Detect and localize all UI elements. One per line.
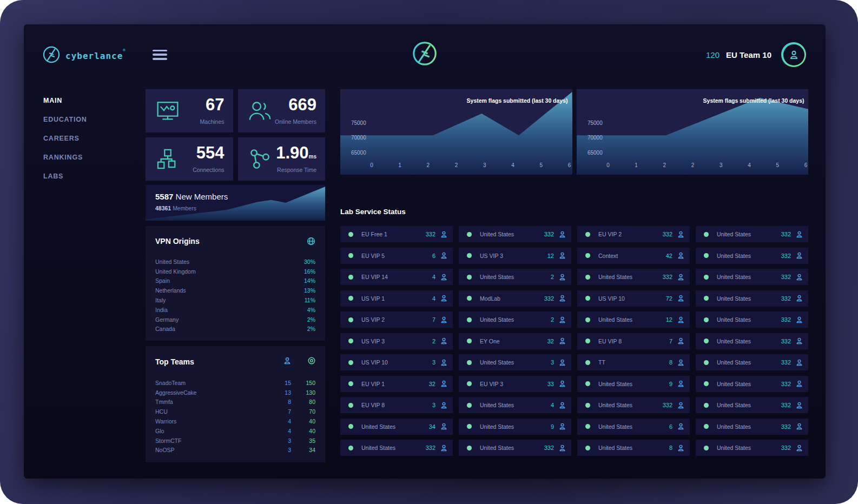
status-dot-icon — [467, 296, 472, 301]
lab-service-card[interactable]: US VIP 2 7 — [340, 311, 453, 328]
lab-service-name: TT — [598, 359, 669, 366]
lab-service-card[interactable]: United States 12 — [577, 311, 690, 328]
lab-service-card[interactable]: United States 332 — [696, 419, 808, 435]
lab-service-card[interactable]: United States 332 — [696, 376, 808, 392]
flags-chart-2-svg: 75000700006500001223456System flags subm… — [577, 89, 809, 175]
lab-service-name: EY One — [480, 338, 547, 344]
lab-service-card[interactable]: EU VIP 5 6 — [340, 248, 453, 264]
lab-service-card[interactable]: United States 332 — [696, 354, 808, 370]
brand-logo[interactable]: cyberlance® — [42, 45, 153, 64]
lab-service-card[interactable]: United States 332 — [696, 397, 808, 413]
users-icon — [440, 380, 447, 387]
svg-text:0: 0 — [606, 162, 610, 168]
lab-service-card[interactable]: United States 6 — [577, 419, 690, 435]
users-icon — [796, 252, 803, 259]
svg-text:70000: 70000 — [587, 135, 602, 141]
status-dot-icon — [467, 253, 472, 258]
users-icon — [796, 231, 803, 238]
lab-service-card[interactable]: United States 332 — [696, 290, 808, 307]
lab-user-count: 33 — [547, 381, 554, 387]
vpn-country: Netherlands — [155, 287, 304, 294]
lab-service-card[interactable]: United States 332 — [696, 269, 808, 285]
users-icon — [440, 402, 447, 409]
sidebar-item-rankings[interactable]: RANKINGS — [43, 154, 146, 161]
lab-user-count: 332 — [663, 402, 672, 408]
lab-service-card[interactable]: United States 9 — [459, 419, 571, 435]
new-members-banner: 5587 New Members 48361 Members — [146, 185, 325, 221]
lab-service-card[interactable]: United States 332 — [696, 226, 808, 242]
vpn-origins-list: United States 30% United Kingdom 16% Spa… — [155, 257, 315, 334]
top-teams-title: Top Teams — [155, 357, 275, 366]
lab-service-name: United States — [717, 253, 781, 259]
sidebar-item-careers[interactable]: CAREERS — [43, 135, 146, 142]
status-dot-icon — [348, 360, 353, 365]
team-points: 40 — [294, 428, 315, 434]
lab-service-card[interactable]: United States 332 — [696, 248, 808, 264]
lab-service-card[interactable]: United States 332 — [340, 440, 453, 456]
lab-service-card[interactable]: United States 8 — [577, 440, 690, 456]
vpn-origin-row: Germany 2% — [155, 315, 315, 324]
lab-service-card[interactable]: TT 8 — [577, 354, 690, 370]
lab-service-card[interactable]: United States 332 — [696, 333, 808, 349]
lab-service-card[interactable]: United States 332 — [459, 226, 571, 242]
lab-user-count: 9 — [669, 381, 672, 387]
lab-service-name: United States — [717, 445, 781, 451]
top-teams-card: Top Teams SnadoTeam 15 150 AggressiveCak… — [146, 346, 325, 462]
lab-service-card[interactable]: United States 2 — [459, 311, 571, 328]
lab-service-card[interactable]: United States 3 — [459, 354, 571, 370]
lab-user-count: 2 — [432, 338, 435, 344]
svg-text:2: 2 — [455, 162, 458, 168]
sidebar-item-education[interactable]: EDUCATION — [43, 116, 146, 123]
lab-service-card[interactable]: EU VIP 14 4 — [340, 269, 453, 285]
lab-service-card[interactable]: United States 34 — [340, 419, 453, 435]
team-row: Glo 4 40 — [155, 426, 315, 436]
lab-service-card[interactable]: ModLab 332 — [459, 290, 571, 307]
lab-service-name: United States — [717, 423, 781, 430]
lab-service-card[interactable]: EY One 32 — [459, 333, 571, 349]
sidebar-item-labs[interactable]: LABS — [43, 173, 146, 180]
team-name: StormCTF — [155, 437, 275, 444]
lab-service-card[interactable]: Context 42 — [577, 248, 690, 264]
lab-service-card[interactable]: United States 332 — [696, 440, 808, 456]
lab-service-card[interactable]: United States 9 — [577, 376, 690, 392]
connections-icon — [156, 149, 179, 169]
lab-service-card[interactable]: EU VIP 3 33 — [459, 376, 571, 392]
brand-name: cyberlance® — [65, 48, 126, 61]
lab-service-card[interactable]: EU VIP 1 32 — [340, 376, 453, 392]
globe-icon — [307, 237, 315, 246]
sidebar-item-main[interactable]: MAIN — [43, 97, 146, 104]
lab-user-count: 332 — [781, 359, 791, 366]
lab-service-card[interactable]: EU VIP 2 332 — [577, 226, 690, 242]
lab-service-card[interactable]: United States 332 — [696, 311, 808, 328]
lab-service-card[interactable]: EU Free 1 332 — [340, 226, 453, 242]
members-icon — [249, 101, 272, 121]
lab-service-card[interactable]: EU VIP 8 7 — [577, 333, 690, 349]
status-dot-icon — [348, 424, 353, 429]
stat-card: 554 Connections — [146, 137, 233, 181]
user-menu[interactable]: 120 EU Team 10 — [706, 42, 806, 67]
team-row: Warriors 4 40 — [155, 416, 315, 426]
status-dot-icon — [348, 339, 353, 343]
menu-toggle-icon[interactable] — [153, 50, 167, 60]
lab-service-card[interactable]: United States 2 — [459, 269, 571, 285]
lab-service-card[interactable]: US VIP 3 12 — [459, 248, 571, 264]
stat-value: 1.90ms — [276, 145, 316, 165]
lab-service-name: United States — [598, 274, 663, 280]
users-icon — [440, 274, 447, 281]
users-icon — [440, 359, 447, 366]
lab-service-card[interactable]: US VIP 1 4 — [340, 290, 453, 307]
users-icon — [677, 316, 684, 323]
lab-service-card[interactable]: United States 332 — [459, 440, 571, 456]
lab-service-card[interactable]: EU VIP 8 3 — [340, 397, 453, 413]
team-points: 150 — [294, 380, 315, 386]
lab-service-card[interactable]: United States 332 — [577, 269, 690, 285]
avatar[interactable] — [781, 42, 806, 67]
lab-service-card[interactable]: US VIP 10 72 — [577, 290, 690, 307]
lab-service-name: United States — [480, 316, 551, 323]
svg-text:2: 2 — [663, 162, 666, 168]
lab-service-card[interactable]: US VIP 10 3 — [340, 354, 453, 370]
lab-service-card[interactable]: United States 4 — [459, 397, 571, 413]
lab-service-card[interactable]: United States 332 — [577, 397, 690, 413]
users-icon — [440, 445, 447, 452]
lab-service-card[interactable]: US VIP 3 2 — [340, 333, 453, 349]
